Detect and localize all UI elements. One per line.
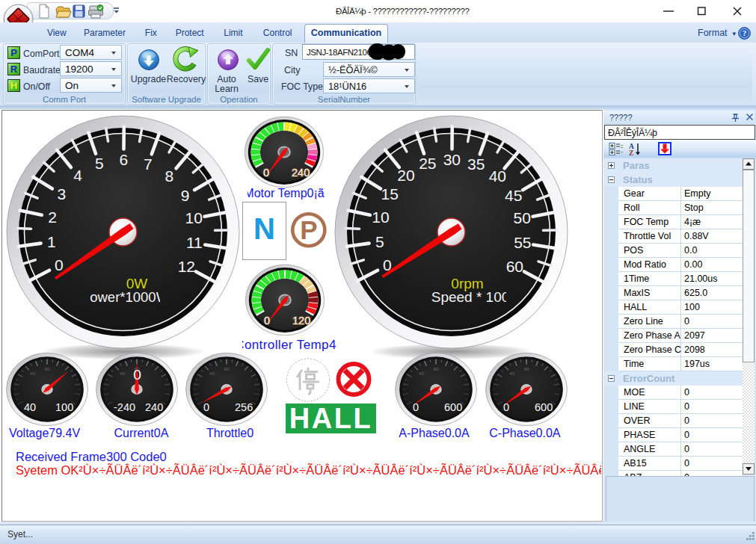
svg-text:9: 9 bbox=[181, 187, 190, 204]
svg-text:60: 60 bbox=[224, 366, 230, 371]
svg-text:40: 40 bbox=[120, 371, 126, 376]
svg-text:256: 256 bbox=[235, 401, 253, 413]
svg-text:40: 40 bbox=[30, 371, 36, 376]
svg-text:0: 0 bbox=[413, 401, 419, 413]
svg-text:60: 60 bbox=[506, 258, 523, 275]
svg-text:55: 55 bbox=[514, 234, 531, 251]
svg-text:40: 40 bbox=[209, 371, 215, 376]
svg-text:0: 0 bbox=[503, 401, 509, 413]
svg-text:-240: -240 bbox=[114, 401, 135, 413]
svg-text:0: 0 bbox=[263, 167, 269, 179]
svg-text:60: 60 bbox=[44, 366, 50, 371]
svg-text:45: 45 bbox=[505, 187, 522, 204]
svg-text:10: 10 bbox=[372, 208, 389, 226]
svg-text:2: 2 bbox=[48, 208, 57, 226]
svg-text:40: 40 bbox=[509, 371, 515, 376]
svg-text:100: 100 bbox=[55, 401, 73, 413]
svg-text:0: 0 bbox=[133, 367, 141, 383]
svg-text:25: 25 bbox=[419, 155, 436, 172]
svg-text:0: 0 bbox=[55, 256, 64, 273]
svg-text:40: 40 bbox=[24, 401, 36, 413]
svg-text:600: 600 bbox=[535, 401, 553, 413]
svg-text:3: 3 bbox=[57, 185, 66, 203]
svg-text:12: 12 bbox=[178, 258, 195, 275]
svg-text:Z: Z bbox=[629, 149, 633, 157]
svg-text:11: 11 bbox=[186, 234, 203, 251]
svg-text:5: 5 bbox=[375, 233, 384, 250]
svg-text:600: 600 bbox=[444, 401, 462, 413]
svg-text:35: 35 bbox=[467, 155, 485, 173]
svg-text:4: 4 bbox=[73, 167, 82, 184]
svg-text:7: 7 bbox=[144, 155, 153, 173]
svg-text:50: 50 bbox=[514, 209, 531, 226]
svg-text:5: 5 bbox=[95, 155, 104, 172]
svg-text:60: 60 bbox=[433, 366, 439, 371]
svg-text:20: 20 bbox=[397, 167, 414, 184]
svg-text:60: 60 bbox=[523, 366, 529, 371]
svg-text:?: ? bbox=[743, 29, 746, 37]
svg-text:8: 8 bbox=[165, 167, 173, 185]
svg-text:15: 15 bbox=[381, 185, 399, 203]
svg-text:40: 40 bbox=[419, 371, 425, 376]
svg-text:120: 120 bbox=[292, 315, 310, 327]
svg-text:30: 30 bbox=[443, 151, 461, 168]
svg-text:P: P bbox=[300, 215, 317, 244]
svg-text:240: 240 bbox=[145, 401, 163, 413]
svg-text:0: 0 bbox=[203, 401, 209, 413]
svg-text:6: 6 bbox=[119, 151, 128, 168]
svg-text:10: 10 bbox=[185, 209, 203, 226]
svg-text:240: 240 bbox=[292, 167, 310, 179]
svg-text:1: 1 bbox=[47, 233, 56, 250]
svg-text:0: 0 bbox=[264, 315, 270, 327]
svg-text:40: 40 bbox=[489, 167, 506, 185]
